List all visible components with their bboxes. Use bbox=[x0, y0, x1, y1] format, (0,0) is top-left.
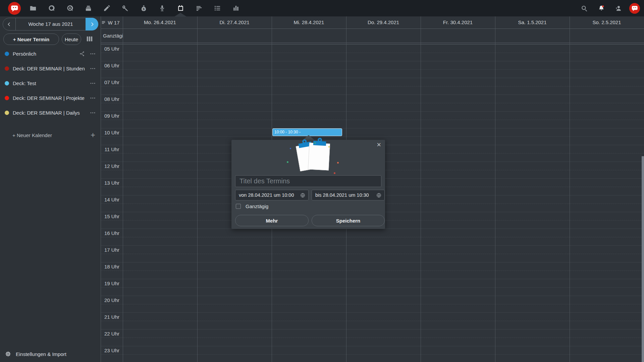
allday-row[interactable]: Ganztägig bbox=[101, 29, 644, 43]
calendar-item-projekte[interactable]: Deck: DER SEMINAR | Projekte bbox=[0, 90, 101, 105]
week-navigation: Woche 17 aus 2021 bbox=[3, 18, 98, 31]
calendar-icon[interactable] bbox=[174, 2, 187, 15]
gear-icon bbox=[5, 351, 11, 357]
text-icon[interactable] bbox=[193, 2, 205, 15]
calendar-item-stunden[interactable]: Deck: DER SEMINAR | Stunden bbox=[0, 61, 101, 76]
nextcloud-logo-icon[interactable] bbox=[8, 2, 21, 15]
user-avatar[interactable] bbox=[629, 3, 640, 14]
more-options-icon[interactable] bbox=[90, 95, 96, 101]
day-header[interactable]: So. 2.5.2021 bbox=[570, 16, 644, 28]
settings-button[interactable]: Einstellungen & Import bbox=[0, 349, 66, 359]
deck-icon[interactable] bbox=[82, 2, 95, 15]
menu-icon[interactable] bbox=[101, 20, 106, 25]
sidebar-actions: + Neuer Termin Heute bbox=[3, 34, 97, 45]
hour-row[interactable]: 22 Uhr bbox=[101, 329, 644, 346]
calendar-item-dailys[interactable]: Deck: DER SEMINAR | Dailys bbox=[0, 105, 101, 120]
notes-icon[interactable] bbox=[100, 2, 113, 15]
plus-icon[interactable]: + bbox=[91, 131, 95, 139]
allday-checkbox[interactable] bbox=[236, 204, 241, 209]
hour-row[interactable]: 21 Uhr bbox=[101, 312, 644, 329]
hour-label: 23 Uhr bbox=[101, 348, 123, 353]
hour-label: 11 Uhr bbox=[101, 146, 123, 152]
search-icon[interactable] bbox=[578, 2, 591, 15]
share-icon[interactable] bbox=[79, 51, 85, 57]
calendar-item-test[interactable]: Deck: Test bbox=[0, 76, 101, 90]
hour-row[interactable]: 20 Uhr bbox=[101, 296, 644, 312]
hour-label: 08 Uhr bbox=[101, 96, 123, 102]
dictation-icon[interactable] bbox=[156, 2, 168, 15]
start-datetime-input[interactable] bbox=[235, 192, 300, 198]
hour-row[interactable]: 17 Uhr bbox=[101, 245, 644, 262]
day-header[interactable]: Sa. 1.5.2021 bbox=[495, 16, 570, 28]
hour-row[interactable]: 23 Uhr bbox=[101, 346, 644, 362]
week-view-toggle-icon[interactable] bbox=[86, 35, 94, 43]
confetti-dot bbox=[328, 146, 330, 147]
day-header[interactable]: Mi. 28.4.2021 bbox=[272, 16, 346, 28]
more-options-icon[interactable] bbox=[90, 51, 96, 57]
talk-icon[interactable] bbox=[45, 2, 58, 15]
grid-vline bbox=[570, 16, 570, 362]
top-bar-right bbox=[578, 2, 644, 15]
confetti-dot bbox=[337, 162, 339, 164]
hour-row[interactable]: 16 Uhr bbox=[101, 229, 644, 245]
end-datetime-field bbox=[312, 190, 385, 200]
end-datetime-input[interactable] bbox=[312, 192, 376, 198]
tasks-icon[interactable] bbox=[211, 2, 224, 15]
hour-row[interactable]: 19 Uhr bbox=[101, 279, 644, 296]
week-label[interactable]: Woche 17 aus 2021 bbox=[15, 18, 86, 30]
today-button[interactable]: Heute bbox=[62, 34, 81, 45]
more-options-icon[interactable] bbox=[90, 65, 96, 72]
analytics-icon[interactable] bbox=[229, 2, 242, 15]
calendar-item-label: Deck: DER SEMINAR | Projekte bbox=[13, 95, 90, 101]
hour-row[interactable]: 08 Uhr bbox=[101, 95, 644, 111]
timezone-globe-icon[interactable] bbox=[376, 192, 382, 198]
hour-label: 16 Uhr bbox=[101, 230, 123, 236]
hour-label: 15 Uhr bbox=[101, 214, 123, 219]
finance-icon[interactable]: $ bbox=[137, 2, 150, 15]
hour-label: 13 Uhr bbox=[101, 180, 123, 186]
clipboard-front bbox=[308, 142, 330, 170]
allday-checkbox-label: Ganztägig bbox=[246, 203, 268, 209]
grid-vline bbox=[197, 16, 198, 362]
hour-label: 06 Uhr bbox=[101, 63, 123, 68]
passwords-icon[interactable] bbox=[119, 2, 131, 15]
hour-row[interactable]: 06 Uhr bbox=[101, 61, 644, 78]
day-header[interactable]: Mo. 26.4.2021 bbox=[123, 16, 197, 28]
more-button[interactable]: Mehr bbox=[235, 215, 309, 226]
grid-vline bbox=[495, 16, 495, 362]
new-event-button[interactable]: + Neuer Termin bbox=[3, 34, 59, 45]
hour-row[interactable]: 07 Uhr bbox=[101, 78, 644, 95]
notifications-icon[interactable] bbox=[595, 2, 608, 15]
day-header[interactable]: Di. 27.4.2021 bbox=[197, 16, 272, 28]
new-calendar-button[interactable]: + Neuer Kalender + bbox=[0, 129, 101, 141]
hour-label: 12 Uhr bbox=[101, 163, 123, 169]
timezone-globe-icon[interactable] bbox=[300, 192, 306, 198]
hour-label: 22 Uhr bbox=[101, 331, 123, 337]
previous-week-button[interactable] bbox=[3, 18, 15, 30]
clipboard-illustration: + bbox=[231, 140, 385, 175]
day-header[interactable]: Do. 29.4.2021 bbox=[346, 16, 421, 28]
files-icon[interactable] bbox=[26, 2, 39, 15]
next-week-button[interactable] bbox=[86, 18, 98, 31]
sidebar: Woche 17 aus 2021 + Neuer Termin Heute P… bbox=[0, 16, 101, 362]
more-options-icon[interactable] bbox=[90, 110, 96, 116]
top-bar: $ bbox=[0, 0, 644, 16]
hour-label: 19 Uhr bbox=[101, 281, 123, 286]
day-header-row: W 17 Mo. 26.4.2021 Di. 27.4.2021 Mi. 28.… bbox=[101, 16, 644, 29]
calendar-item-personal[interactable]: Persönlich bbox=[0, 46, 101, 61]
week-number-cell: W 17 bbox=[101, 16, 123, 28]
save-button[interactable]: Speichern bbox=[312, 215, 385, 226]
start-datetime-field bbox=[235, 190, 309, 200]
grid-scrollbar[interactable] bbox=[642, 156, 644, 362]
confetti-dot bbox=[334, 172, 335, 174]
talk-plus-icon[interactable] bbox=[63, 2, 76, 15]
day-header[interactable]: Fr. 30.4.2021 bbox=[421, 16, 495, 28]
settings-label: Einstellungen & Import bbox=[16, 351, 66, 357]
event-title-input[interactable] bbox=[235, 175, 381, 187]
hour-label: 17 Uhr bbox=[101, 247, 123, 253]
hour-row[interactable]: 09 Uhr bbox=[101, 111, 644, 128]
contacts-icon[interactable] bbox=[612, 2, 625, 15]
hour-row[interactable]: 18 Uhr bbox=[101, 262, 644, 279]
more-options-icon[interactable] bbox=[90, 80, 96, 86]
hour-row[interactable]: 05 Uhr bbox=[101, 44, 644, 61]
